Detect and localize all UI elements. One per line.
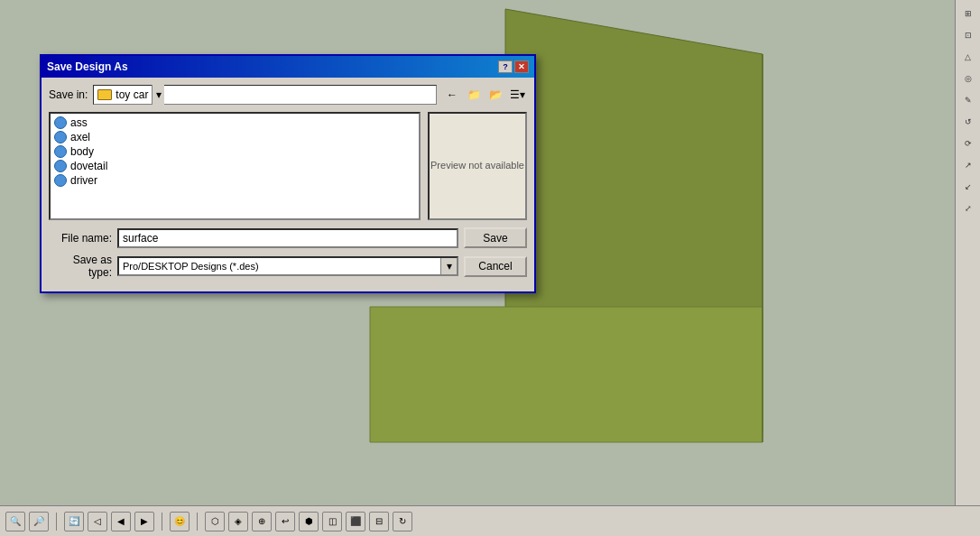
main-body-row: ass axel body dovetail driver — [49, 112, 527, 220]
save-in-label: Save in: — [49, 88, 88, 101]
toolbar-divider-3 — [197, 513, 198, 531]
preview-text: Preview not available — [430, 159, 524, 172]
shape7-btn[interactable]: ⬛ — [346, 512, 365, 531]
save-as-type-row: Save as type: Pro/DESKTOP Designs (*.des… — [49, 254, 527, 279]
file-item-driver[interactable]: driver — [52, 173, 417, 188]
sidebar-btn-3[interactable]: △ — [958, 47, 978, 67]
zoom-out-btn[interactable]: 🔎 — [29, 512, 49, 531]
cancel-button[interactable]: Cancel — [464, 256, 527, 277]
file-name-driver: driver — [70, 174, 97, 187]
file-icon-axel — [54, 131, 67, 143]
file-icon-dovetail — [54, 160, 67, 172]
sidebar-btn-1[interactable]: ⊞ — [958, 4, 978, 23]
sidebar-btn-2[interactable]: ⊡ — [958, 25, 978, 45]
file-name-label: File name: — [49, 232, 112, 245]
rotate-btn[interactable]: 🔄 — [64, 512, 84, 531]
shape3-btn[interactable]: ⊕ — [252, 512, 272, 531]
svg-marker-1 — [370, 307, 763, 442]
file-name-input[interactable] — [117, 228, 458, 248]
shape8-btn[interactable]: ⊟ — [369, 512, 389, 531]
sidebar-btn-6[interactable]: ↺ — [958, 112, 978, 132]
save-in-row: Save in: toy car ▾ ← 📁 📂 ☰▾ — [49, 85, 527, 105]
sidebar-btn-4[interactable]: ◎ — [958, 69, 978, 88]
view-btn[interactable]: ☰▾ — [507, 85, 527, 105]
nav-back-btn[interactable]: ← — [442, 85, 462, 105]
bottom-toolbar: 🔍 🔎 🔄 ◁ ◀ ▶ 😊 ⬡ ◈ ⊕ ↩ ⬢ ◫ ⬛ ⊟ ↻ — [0, 505, 980, 536]
shape4-btn[interactable]: ↩ — [275, 512, 295, 531]
sidebar-btn-7[interactable]: ⟳ — [958, 134, 978, 153]
sidebar-btn-5[interactable]: ✎ — [958, 90, 978, 110]
file-item-body[interactable]: body — [52, 144, 417, 159]
help-button[interactable]: ? — [498, 60, 513, 73]
zoom-in-btn[interactable]: 🔍 — [5, 512, 25, 531]
toolbar-divider-1 — [56, 513, 57, 531]
file-item-dovetail[interactable]: dovetail — [52, 159, 417, 173]
save-as-type-value: Pro/DESKTOP Designs (*.des) — [119, 258, 440, 274]
shape9-btn[interactable]: ↻ — [393, 512, 412, 531]
savein-toolbar: ← 📁 📂 ☰▾ — [442, 85, 527, 105]
file-icon-body — [54, 145, 67, 158]
file-name-body: body — [70, 145, 94, 158]
right-sidebar: ⊞ ⊡ △ ◎ ✎ ↺ ⟳ ↗ ↙ ⤢ — [955, 0, 980, 505]
shape5-btn[interactable]: ⬢ — [299, 512, 319, 531]
file-name-ass: ass — [70, 116, 88, 129]
triangle-btn[interactable]: ◁ — [88, 512, 107, 531]
save-as-type-label: Save as type: — [49, 254, 112, 279]
save-design-dialog: Save Design As ? ✕ Save in: toy car ▾ ← … — [40, 54, 536, 293]
file-name-row: File name: Save — [49, 227, 527, 248]
sidebar-btn-9[interactable]: ↙ — [958, 177, 978, 197]
toolbar-divider-2 — [162, 513, 162, 531]
dialog-title: Save Design As — [47, 60, 128, 73]
file-icon-ass — [54, 116, 67, 129]
file-name-dovetail: dovetail — [70, 160, 107, 172]
sidebar-btn-8[interactable]: ↗ — [958, 155, 978, 175]
file-name-axel: axel — [70, 131, 90, 143]
dialog-titlebar: Save Design As ? ✕ — [42, 56, 534, 78]
save-in-dropdown-arrow[interactable]: ▾ — [152, 85, 164, 105]
shape1-btn[interactable]: ⬡ — [205, 512, 225, 531]
file-list[interactable]: ass axel body dovetail driver — [49, 112, 421, 220]
file-icon-driver — [54, 174, 67, 187]
dialog-content: Save in: toy car ▾ ← 📁 📂 ☰▾ ass — [42, 78, 534, 291]
file-item-ass[interactable]: ass — [52, 116, 417, 130]
folder-icon — [97, 89, 112, 100]
forward-btn[interactable]: ▶ — [134, 512, 154, 531]
back-btn[interactable]: ◀ — [111, 512, 131, 531]
save-button[interactable]: Save — [464, 227, 527, 248]
save-in-value: toy car — [116, 88, 148, 101]
save-as-type-arrow[interactable]: ▾ — [440, 258, 457, 274]
sidebar-btn-10[interactable]: ⤢ — [958, 199, 978, 218]
shape6-btn[interactable]: ◫ — [322, 512, 342, 531]
title-buttons: ? ✕ — [498, 60, 529, 73]
shape2-btn[interactable]: ◈ — [228, 512, 248, 531]
save-in-dropdown[interactable]: toy car ▾ — [93, 85, 437, 105]
close-button[interactable]: ✕ — [514, 60, 529, 73]
file-item-axel[interactable]: axel — [52, 130, 417, 144]
smiley-btn[interactable]: 😊 — [170, 512, 190, 531]
folder-up-btn[interactable]: 📂 — [485, 85, 505, 105]
save-as-type-dropdown[interactable]: Pro/DESKTOP Designs (*.des) ▾ — [117, 256, 458, 276]
new-folder-btn[interactable]: 📁 — [464, 85, 484, 105]
preview-panel: Preview not available — [428, 112, 527, 220]
